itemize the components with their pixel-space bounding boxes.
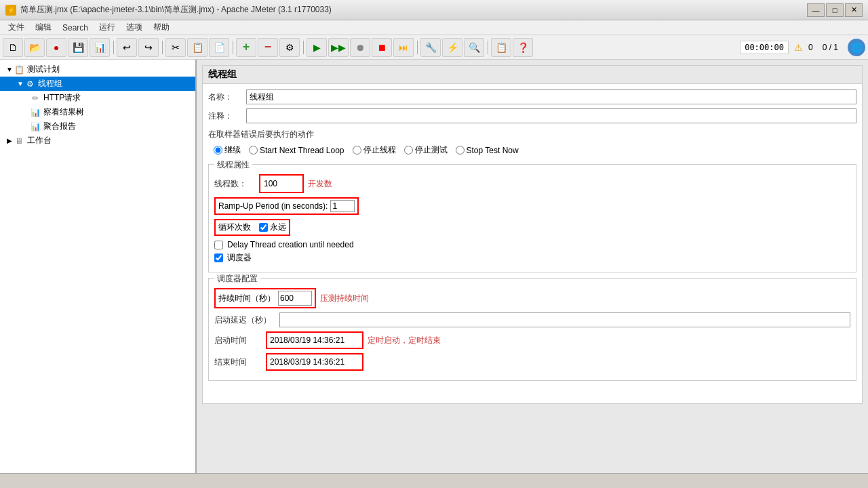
name-input[interactable] <box>246 89 856 104</box>
menu-options[interactable]: 选项 <box>121 20 148 35</box>
tb-copy[interactable]: 📋 <box>187 38 208 57</box>
radio-stop-now[interactable]: Stop Test Now <box>456 146 519 155</box>
end-time-row: 结束时间 <box>214 353 850 371</box>
thread-group-icon: ⚙ <box>24 79 35 89</box>
thread-group-panel: 线程组 名称： 注释： 在取样器错误后要执行的动作 <box>202 65 863 404</box>
tb-global-icon[interactable]: 🌐 <box>848 39 865 56</box>
tb-run-no-pause[interactable]: ▶▶ <box>328 38 349 57</box>
tb-new[interactable]: 🗋 <box>3 38 23 57</box>
sidebar: ▼ 📋 测试计划 ▼ ⚙ 线程组 ✏ HTTP请求 📊 察看结果树 📊 聚合报告 <box>0 60 197 473</box>
sidebar-item-workbench[interactable]: ▶ 🖥 工作台 <box>0 134 195 148</box>
scheduler-label: 调度器 <box>227 252 252 264</box>
maximize-button[interactable]: □ <box>826 3 844 17</box>
comment-row: 注释： <box>208 108 856 123</box>
delay-thread-label: Delay Thread creation until needed <box>227 240 354 249</box>
start-time-input[interactable] <box>267 333 362 348</box>
action-label: 在取样器错误后要执行的动作 <box>208 129 314 139</box>
tb-remote-shutdown[interactable]: 🔍 <box>464 38 484 57</box>
loop-forever-checkbox[interactable]: 永远 <box>259 222 286 233</box>
start-time-label: 启动时间 <box>214 335 262 346</box>
duration-label: 持续时间（秒） <box>218 293 275 304</box>
tb-sep3 <box>231 38 235 57</box>
radio-next-thread[interactable]: Start Next Thread Loop <box>249 146 344 155</box>
sidebar-item-aggregate-report[interactable]: 📊 聚合报告 <box>0 119 195 134</box>
thread-count-input[interactable] <box>261 176 302 191</box>
expand-test-plan[interactable]: ▼ <box>5 66 14 74</box>
tb-sep6 <box>486 38 490 57</box>
thread-props-legend: 线程属性 <box>214 159 252 171</box>
tb-expand[interactable]: ⚙ <box>279 38 300 57</box>
tb-remote-start[interactable]: 🔧 <box>420 38 441 57</box>
http-request-icon: ✏ <box>30 93 41 104</box>
tb-cut[interactable]: ✂ <box>165 38 186 57</box>
tb-paste[interactable]: 📄 <box>209 38 229 57</box>
tb-help[interactable]: ❓ <box>513 38 533 57</box>
thread-count-hint: 开发数 <box>308 178 332 190</box>
panel-body: 名称： 注释： 在取样器错误后要执行的动作 继续 <box>203 84 862 392</box>
thread-props-section: 线程属性 线程数： 开发数 Ramp-Up Period (in seconds… <box>208 164 856 272</box>
tb-clear-all[interactable]: 📋 <box>491 38 511 57</box>
menu-edit[interactable]: 编辑 <box>30 20 57 35</box>
end-time-input[interactable] <box>267 354 362 369</box>
tb-warn-icon: ⚠ <box>794 42 803 53</box>
sidebar-item-thread-group[interactable]: ▼ ⚙ 线程组 <box>0 77 195 91</box>
toolbar: 🗋 📂 ● 💾 📊 ↩ ↪ ✂ 📋 📄 + − ⚙ ▶ ▶▶ ⏺ ⏹ ⏭ 🔧 ⚡… <box>0 35 868 60</box>
loop-forever-label: 永远 <box>270 222 286 233</box>
menu-search[interactable]: Search <box>57 22 94 34</box>
tb-undo[interactable]: ↩ <box>117 38 137 57</box>
sidebar-item-test-plan[interactable]: ▼ 📋 测试计划 <box>0 62 195 77</box>
rampup-input[interactable] <box>330 200 355 212</box>
thread-group-label: 线程组 <box>38 78 62 89</box>
test-plan-label: 测试计划 <box>27 64 60 75</box>
title-text: 简单压测.jmx (E:\apache-jmeter-3.1\bin\简单压测.… <box>20 4 332 16</box>
scheduler-config-legend: 调度器配置 <box>214 273 260 285</box>
menu-file[interactable]: 文件 <box>3 20 30 35</box>
test-plan-icon: 📋 <box>14 64 24 75</box>
tb-save[interactable]: 💾 <box>68 38 88 57</box>
menu-help[interactable]: 帮助 <box>148 20 175 35</box>
tb-redo[interactable]: ↪ <box>138 38 159 57</box>
comment-input[interactable] <box>246 108 856 123</box>
startup-delay-input[interactable] <box>279 312 850 327</box>
tb-stop[interactable]: ⏹ <box>372 38 392 57</box>
rampup-box: Ramp-Up Period (in seconds): <box>214 197 359 215</box>
loop-forever-check[interactable] <box>259 223 268 232</box>
panel-title: 线程组 <box>203 66 862 84</box>
aggregate-report-label: 聚合报告 <box>43 121 76 132</box>
title-bar: ⚡ 简单压测.jmx (E:\apache-jmeter-3.1\bin\简单压… <box>0 0 868 20</box>
start-time-hint: 定时启动，定时结束 <box>368 335 441 346</box>
tb-stop-record[interactable]: ⏺ <box>350 38 370 57</box>
result-tree-icon: 📊 <box>30 107 41 118</box>
menu-run[interactable]: 运行 <box>94 20 121 35</box>
tb-saveas[interactable]: 📊 <box>90 38 110 57</box>
tb-run[interactable]: ▶ <box>307 38 327 57</box>
tb-shutdown[interactable]: ⏭ <box>393 38 414 57</box>
sidebar-item-result-tree[interactable]: 📊 察看结果树 <box>0 105 195 119</box>
name-row: 名称： <box>208 89 856 104</box>
tb-add[interactable]: + <box>236 38 256 57</box>
start-time-row: 启动时间 定时启动，定时结束 <box>214 331 850 349</box>
end-time-label: 结束时间 <box>214 357 262 368</box>
scheduler-checkbox[interactable] <box>214 253 223 262</box>
delay-thread-checkbox[interactable] <box>214 241 223 249</box>
radio-continue[interactable]: 继续 <box>214 144 241 156</box>
comment-label: 注释： <box>208 110 242 122</box>
tb-remove[interactable]: − <box>258 38 278 57</box>
radio-stop-test[interactable]: 停止测试 <box>404 144 448 156</box>
tb-warn-count: 0 <box>808 43 813 52</box>
tb-close[interactable]: ● <box>46 38 66 57</box>
minimize-button[interactable]: — <box>807 3 825 17</box>
tb-status: 00:00:00 ⚠ 0 0 / 1 🌐 <box>740 39 865 56</box>
close-button[interactable]: ✕ <box>845 3 863 17</box>
radio-stop-thread[interactable]: 停止线程 <box>353 144 396 156</box>
expand-thread-group[interactable]: ▼ <box>16 80 24 88</box>
tb-open[interactable]: 📂 <box>24 38 45 57</box>
scheduler-row: 调度器 <box>214 252 850 264</box>
duration-input[interactable] <box>278 291 312 306</box>
sidebar-item-http-request[interactable]: ✏ HTTP请求 <box>0 91 195 105</box>
app-icon: ⚡ <box>5 5 16 16</box>
expand-workbench[interactable]: ▶ <box>5 137 14 145</box>
workbench-label: 工作台 <box>27 135 52 146</box>
duration-hint: 压测持续时间 <box>320 293 369 304</box>
tb-remote-stop[interactable]: ⚡ <box>442 38 462 57</box>
